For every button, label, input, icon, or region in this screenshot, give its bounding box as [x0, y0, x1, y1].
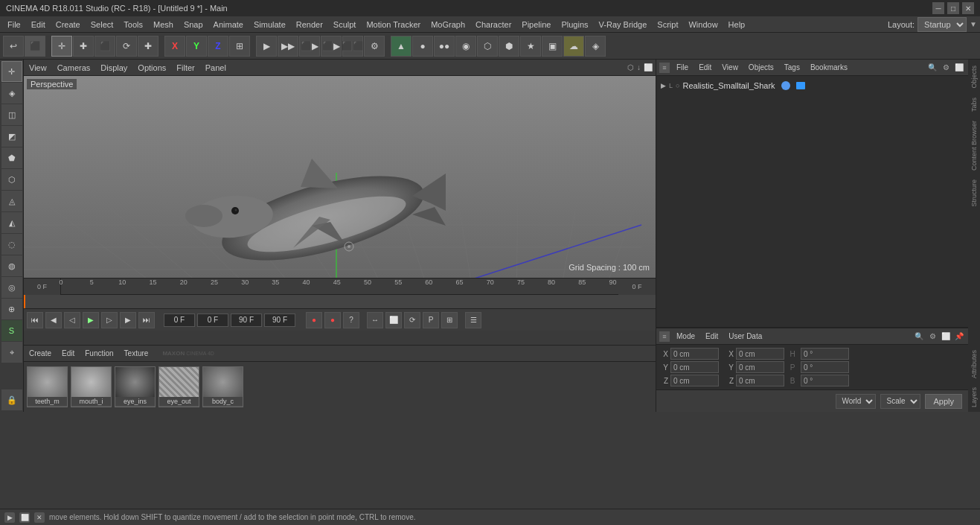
menu-simulate[interactable]: Simulate: [249, 19, 290, 31]
obj-item-shark[interactable]: ▶ L ○ Realistic_Smalltail_Shark: [659, 77, 965, 94]
menu-select[interactable]: Select: [86, 19, 118, 31]
sidebar-select-tool[interactable]: ✛: [1, 61, 22, 82]
menu-pipeline[interactable]: Pipeline: [517, 19, 555, 31]
mode-rotate-button[interactable]: ⟳: [116, 36, 137, 57]
menu-mograph[interactable]: MoGraph: [426, 19, 470, 31]
sidebar-texture-mode[interactable]: ◍: [1, 255, 22, 276]
attr-tab-mode[interactable]: Mode: [673, 332, 699, 340]
menu-script[interactable]: Script: [653, 19, 682, 31]
tl-current-frame-input[interactable]: 0 F: [164, 314, 195, 327]
tl-next-key-button[interactable]: ▶: [120, 312, 136, 328]
menu-vray[interactable]: V-Ray Bridge: [595, 19, 652, 31]
attr-x2-val[interactable]: 0 cm: [736, 348, 784, 360]
object-hair-button[interactable]: ◈: [585, 36, 606, 57]
viewport-menu-cameras[interactable]: Cameras: [55, 63, 93, 72]
obj-tab-bookmarks[interactable]: Bookmarks: [807, 63, 851, 71]
obj-tab-tags[interactable]: Tags: [781, 63, 804, 71]
attr-expand-icon[interactable]: ⬜: [940, 331, 952, 343]
material-slot-1[interactable]: mouth_i: [71, 366, 112, 407]
axis-z-button[interactable]: Z: [208, 36, 228, 57]
timeline-track[interactable]: [24, 295, 656, 308]
viewport-nav-icon1[interactable]: ⬡: [627, 63, 634, 71]
attr-tab-edit[interactable]: Edit: [702, 332, 722, 340]
tl-prev-frame-button[interactable]: ◁: [64, 312, 80, 328]
sidebar-polygons-mode[interactable]: ◭: [1, 212, 22, 233]
obj-tab-view[interactable]: View: [718, 63, 742, 71]
tl-first-frame-button[interactable]: ⏮: [27, 312, 43, 328]
menu-window[interactable]: Window: [684, 19, 722, 31]
mode-transform-button[interactable]: ✚: [138, 36, 158, 57]
minimize-button[interactable]: ─: [932, 2, 944, 14]
object-deformer-button[interactable]: ⬢: [499, 36, 519, 57]
attr-tab-userdata[interactable]: User Data: [725, 332, 766, 340]
material-slot-2[interactable]: eye_ins: [115, 366, 156, 407]
axis-y-button[interactable]: Y: [186, 36, 207, 57]
vtab-layers[interactable]: Layers: [969, 383, 979, 412]
tl-prev-key-button[interactable]: ◀: [45, 312, 62, 328]
attr-h-val[interactable]: 0 °: [801, 348, 849, 360]
sidebar-circle-select[interactable]: ◩: [1, 126, 22, 147]
sidebar-points-mode[interactable]: ⬡: [1, 169, 22, 190]
tl-max-frame-input[interactable]: 90 F: [264, 314, 295, 327]
viewport-nav-icon2[interactable]: ↓: [637, 63, 641, 71]
menu-edit[interactable]: Edit: [27, 19, 50, 31]
object-sky-button[interactable]: ◉: [455, 36, 476, 57]
object-shape-button[interactable]: ⬡: [477, 36, 498, 57]
viewport-menu-filter[interactable]: Filter: [174, 63, 196, 72]
tl-next-frame-button[interactable]: ▷: [101, 312, 118, 328]
obj-expand-icon[interactable]: ⬜: [953, 62, 965, 74]
tl-rotation-key-button[interactable]: ⟳: [404, 312, 420, 328]
mode-move-button[interactable]: ✚: [73, 36, 94, 57]
axis-all-button[interactable]: ⊞: [229, 36, 250, 57]
tl-move-key-button[interactable]: ↔: [367, 312, 383, 328]
menu-snap[interactable]: Snap: [179, 19, 208, 31]
viewport-menu-view[interactable]: View: [27, 63, 49, 72]
vtab-content-browser[interactable]: Content Browser: [969, 116, 979, 175]
menu-animate[interactable]: Animate: [209, 19, 248, 31]
attr-p-val[interactable]: 0 °: [801, 361, 849, 373]
menu-render[interactable]: Render: [292, 19, 327, 31]
object-light-button[interactable]: ●: [412, 36, 433, 57]
layout-dropdown[interactable]: Startup: [917, 17, 967, 32]
redo-button[interactable]: ⬛: [25, 36, 45, 57]
mat-tab-texture[interactable]: Texture: [122, 349, 151, 357]
tl-play-button[interactable]: ▶: [83, 312, 99, 328]
menu-file[interactable]: File: [3, 19, 25, 31]
viewport-menu-options[interactable]: Options: [135, 63, 168, 72]
sidebar-soft-sel[interactable]: S: [1, 320, 22, 341]
scale-select[interactable]: Scale: [880, 394, 920, 409]
menu-help[interactable]: Help: [724, 19, 750, 31]
attr-x-val[interactable]: 0 cm: [670, 348, 719, 360]
menu-tools[interactable]: Tools: [119, 19, 147, 31]
menu-character[interactable]: Character: [471, 19, 516, 31]
tl-keyframe-button[interactable]: ?: [343, 312, 359, 328]
render-view-button[interactable]: ⬛▶: [299, 36, 320, 57]
viewport-menu-display[interactable]: Display: [98, 63, 129, 72]
viewport-maximize-icon[interactable]: ⬜: [644, 63, 653, 71]
mode-select-button[interactable]: ✛: [51, 36, 72, 57]
attr-settings-icon[interactable]: ⚙: [926, 331, 938, 343]
object-shader-button[interactable]: ☁: [563, 36, 584, 57]
mode-scale-button[interactable]: ⬛: [95, 36, 115, 57]
tl-pos-key-button[interactable]: P: [423, 312, 439, 328]
material-slot-3[interactable]: eye_out: [158, 366, 199, 407]
render-region-button[interactable]: ▶: [256, 36, 277, 57]
mat-tab-edit[interactable]: Edit: [60, 349, 77, 357]
tl-autokey-button[interactable]: ●: [324, 312, 341, 328]
menu-create[interactable]: Create: [51, 19, 85, 31]
apply-button[interactable]: Apply: [925, 394, 962, 409]
render-multi-button[interactable]: ⬛⬛: [342, 36, 363, 57]
attr-search-icon[interactable]: 🔍: [913, 331, 925, 343]
tl-end-frame-input[interactable]: 90 F: [231, 314, 262, 327]
menu-mesh[interactable]: Mesh: [149, 19, 178, 31]
menu-motion-tracker[interactable]: Motion Tracker: [362, 19, 425, 31]
attr-z-val[interactable]: 0 cm: [670, 375, 719, 386]
material-slot-4[interactable]: body_c: [202, 366, 243, 407]
menu-plugins[interactable]: Plugins: [557, 19, 592, 31]
sidebar-live-select[interactable]: ◈: [1, 83, 22, 104]
vtab-attributes[interactable]: Attributes: [969, 346, 979, 383]
tl-select-key-button[interactable]: ⬜: [385, 312, 402, 328]
vtab-tabs[interactable]: Tabs: [969, 93, 979, 116]
sidebar-object-mode[interactable]: ◌: [1, 234, 22, 255]
obj-tab-file[interactable]: File: [673, 63, 692, 71]
